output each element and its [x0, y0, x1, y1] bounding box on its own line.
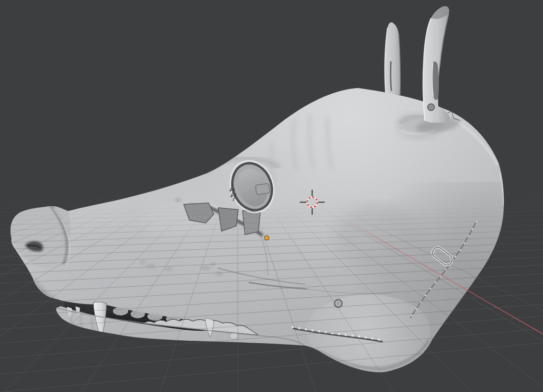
ear-slot-left	[390, 61, 391, 91]
eye-socket-tab	[255, 183, 270, 195]
ear-blade-left	[385, 22, 400, 95]
object-origin-dot[interactable]	[265, 236, 269, 240]
3d-viewport[interactable]	[0, 0, 543, 392]
jaw-ring-marker	[334, 300, 342, 307]
viewport-canvas[interactable]	[0, 0, 543, 392]
ear-hole	[428, 104, 434, 111]
